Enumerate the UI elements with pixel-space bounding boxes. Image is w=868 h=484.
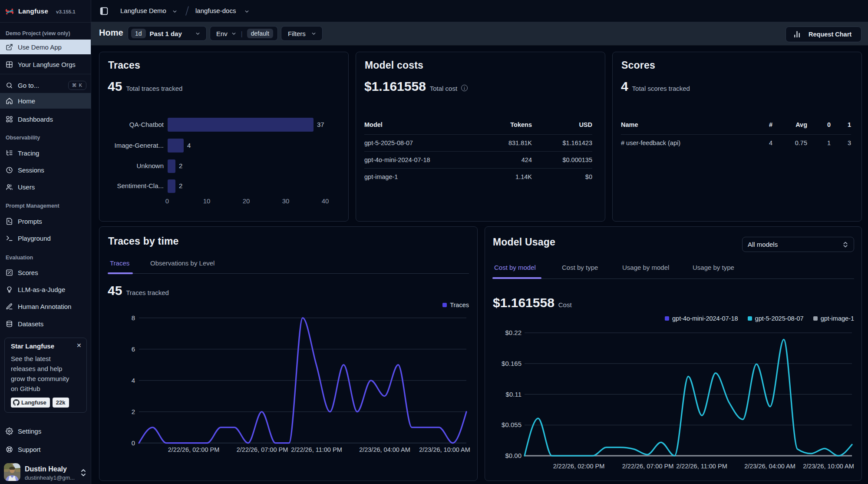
svg-text:2/22/26, 11:00 PM: 2/22/26, 11:00 PM (291, 446, 342, 453)
svg-text:$0.055: $0.055 (502, 421, 521, 428)
svg-text:2/22/26, 07:00 PM: 2/22/26, 07:00 PM (237, 446, 288, 453)
svg-text:2/22/26, 02:00 PM: 2/22/26, 02:00 PM (168, 446, 220, 453)
svg-text:2/23/26, 04:00 AM: 2/23/26, 04:00 AM (744, 463, 795, 470)
svg-text:2/23/26, 04:00 AM: 2/23/26, 04:00 AM (359, 446, 410, 453)
svg-text:$0.22: $0.22 (505, 329, 521, 336)
svg-text:2/22/26, 02:00 PM: 2/22/26, 02:00 PM (553, 463, 605, 470)
svg-text:2/23/26, 10:00 AM: 2/23/26, 10:00 AM (803, 463, 854, 470)
svg-text:$0.11: $0.11 (506, 391, 521, 398)
svg-text:4: 4 (132, 377, 135, 384)
svg-text:8: 8 (132, 314, 135, 322)
svg-text:2/23/26, 10:00 AM: 2/23/26, 10:00 AM (419, 446, 470, 453)
svg-text:$0.165: $0.165 (502, 360, 521, 367)
svg-text:2/22/26, 11:00 PM: 2/22/26, 11:00 PM (676, 463, 727, 470)
svg-text:0: 0 (132, 439, 135, 447)
svg-text:2: 2 (132, 408, 135, 415)
svg-text:6: 6 (132, 345, 135, 353)
svg-text:$0.00: $0.00 (505, 452, 521, 459)
svg-text:2/22/26, 07:00 PM: 2/22/26, 07:00 PM (622, 463, 674, 470)
